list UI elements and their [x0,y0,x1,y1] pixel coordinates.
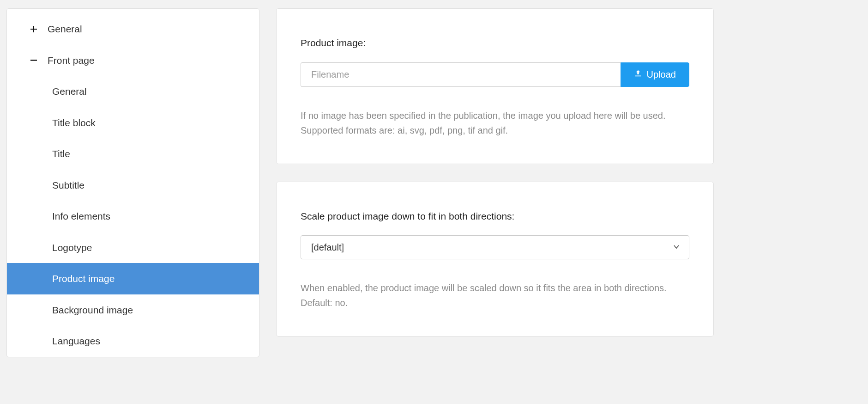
sidebar-section-frontpage[interactable]: Front page [7,45,259,76]
filename-row: Upload [301,62,689,87]
scale-select-wrap: [default] [301,235,689,259]
upload-button-label: Upload [647,69,676,80]
sidebar-section-label: General [48,22,82,37]
filename-input[interactable] [301,62,621,87]
sidebar-item-label: Languages [52,334,100,349]
svg-rect-0 [30,60,37,61]
scale-image-label: Scale product image down to fit in both … [301,209,689,224]
upload-button[interactable]: Upload [621,62,689,87]
sidebar-section-general[interactable]: General [7,13,259,45]
sidebar-item-label: Logotype [52,240,92,255]
sidebar-section-label: Front page [48,53,95,68]
product-image-help: If no image has been specified in the pu… [301,108,689,138]
scale-image-panel: Scale product image down to fit in both … [276,182,714,337]
main-content: Product image: Upload If no image has be… [276,8,862,337]
sidebar-item-languages[interactable]: Languages [7,325,259,357]
sidebar-item-general[interactable]: General [7,76,259,107]
sidebar-item-title[interactable]: Title [7,138,259,170]
sidebar-item-info-elements[interactable]: Info elements [7,201,259,232]
sidebar-item-product-image[interactable]: Product image [7,263,259,294]
sidebar-item-title-block[interactable]: Title block [7,107,259,139]
sidebar-item-subtitle[interactable]: Subtitle [7,170,259,201]
scale-select[interactable]: [default] [301,235,689,259]
sidebar: General Front page General Title block T… [6,8,259,357]
sidebar-item-label: Product image [52,271,115,286]
upload-icon [634,69,642,80]
sidebar-item-label: Info elements [52,209,110,224]
sidebar-item-label: Title block [52,116,96,130]
scale-image-help: When enabled, the product image will be … [301,281,689,310]
sidebar-item-label: Title [52,147,70,161]
sidebar-item-label: General [52,84,87,99]
product-image-panel: Product image: Upload If no image has be… [276,8,714,164]
sidebar-item-background-image[interactable]: Background image [7,294,259,326]
minus-icon [29,56,38,64]
sidebar-item-label: Background image [52,303,133,318]
sidebar-item-label: Subtitle [52,178,84,193]
sidebar-item-logotype[interactable]: Logotype [7,232,259,263]
plus-icon [29,25,38,33]
product-image-label: Product image: [301,36,689,50]
